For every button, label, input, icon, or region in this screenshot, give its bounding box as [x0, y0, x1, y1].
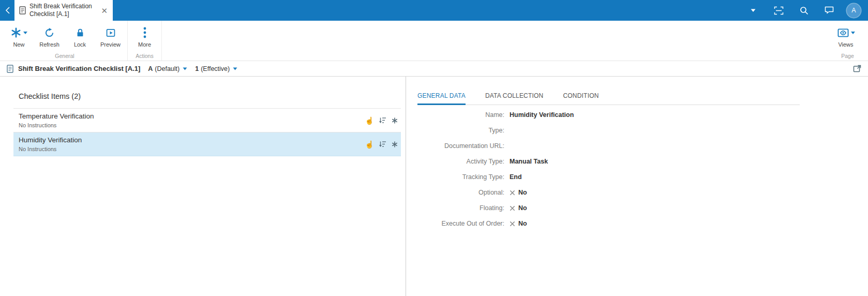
revision-selector[interactable]: A (Default) — [148, 65, 187, 72]
ribbon-group-label-page: Page — [827, 53, 868, 59]
asterisk-icon — [392, 117, 398, 124]
list-item-temperature-verification[interactable]: Temperature Verification No Instructions… — [13, 109, 401, 132]
chat-icon[interactable] — [824, 5, 835, 16]
views-dropdown-caret-icon — [851, 32, 855, 34]
field-label: Name: — [417, 111, 504, 119]
open-new-window-icon[interactable] — [853, 65, 861, 72]
breadcrumb-title: Shift Break Verification Checklist [A.1] — [18, 65, 140, 72]
field-label: Tracking Type: — [417, 173, 504, 181]
ribbon-group-general: New Refresh Lock Preview Genera — [2, 21, 128, 61]
ribbon-group-page: Views Page — [827, 21, 868, 61]
field-label: Documentation URL: — [417, 142, 504, 150]
tab-condition[interactable]: CONDITION — [563, 92, 598, 105]
item-name: Temperature Verification — [19, 112, 396, 120]
ribbon-group-actions: More Actions — [128, 21, 162, 61]
new-asterisk-icon — [10, 27, 22, 38]
document-tab-title: Shift Break Verification Checklist [A.1] — [29, 3, 96, 18]
field-label: Optional: — [417, 189, 504, 196]
user-avatar[interactable]: A — [847, 4, 861, 18]
field-name: Name: Humidity Verification — [417, 107, 868, 123]
item-action-icons: ☝ — [365, 141, 398, 148]
version-status: (Effective) — [201, 65, 230, 72]
field-activity-type: Activity Type: Manual Task — [417, 154, 868, 169]
item-instructions: No Instructions — [19, 146, 396, 152]
boolean-value: No — [518, 204, 527, 212]
preview-play-icon — [105, 25, 116, 40]
x-mark-icon — [510, 190, 515, 196]
breadcrumb-bar: Shift Break Verification Checklist [A.1]… — [0, 61, 868, 77]
field-value: Manual Task — [510, 158, 548, 165]
list-item-humidity-verification[interactable]: Humidity Verification No Instructions ☝ — [13, 132, 401, 156]
tab-data-collection[interactable]: DATA COLLECTION — [485, 92, 544, 105]
chevron-left-icon — [5, 7, 10, 14]
field-label: Activity Type: — [417, 158, 504, 165]
general-data-form: Name: Humidity Verification Type: Docume… — [417, 107, 868, 231]
item-action-icons: ☝ — [365, 117, 398, 124]
field-value: No — [510, 204, 527, 212]
tab-general-data[interactable]: GENERAL DATA — [417, 92, 466, 105]
boolean-value: No — [518, 220, 527, 227]
field-value: No — [510, 220, 527, 227]
topbar-actions: A — [734, 0, 868, 21]
version-selector[interactable]: 1 (Effective) — [195, 65, 237, 72]
field-execute-out-of-order: Execute Out of Order: No — [417, 216, 868, 231]
scan-icon[interactable] — [773, 5, 784, 16]
views-eye-icon — [837, 27, 849, 38]
details-tabs: GENERAL DATA DATA COLLECTION CONDITION — [417, 92, 800, 105]
manual-task-hand-icon: ☝ — [365, 141, 374, 148]
revision-value: A — [148, 65, 153, 72]
ribbon-group-label-actions: Actions — [128, 53, 161, 59]
item-instructions: No Instructions — [19, 122, 396, 128]
field-value: End — [510, 173, 522, 181]
version-value: 1 — [195, 65, 199, 72]
sort-order-icon[interactable] — [379, 141, 386, 147]
field-value: Humidity Verification — [510, 111, 574, 119]
new-dropdown-caret-icon — [23, 32, 27, 34]
close-tab-icon[interactable]: ✕ — [99, 6, 109, 15]
field-optional: Optional: No — [417, 185, 868, 200]
details-panel: GENERAL DATA DATA COLLECTION CONDITION N… — [406, 77, 868, 296]
back-button[interactable] — [0, 0, 14, 21]
refresh-icon — [44, 25, 55, 40]
document-icon — [19, 6, 26, 14]
ribbon-toolbar: New Refresh Lock Preview Genera — [0, 21, 868, 61]
revision-caret-icon — [183, 67, 187, 70]
document-tab[interactable]: Shift Break Verification Checklist [A.1]… — [14, 0, 113, 21]
checklist-item-list: Temperature Verification No Instructions… — [13, 108, 401, 156]
ribbon-spacer — [162, 21, 827, 61]
top-app-bar: Shift Break Verification Checklist [A.1]… — [0, 0, 868, 21]
asterisk-icon — [392, 141, 398, 147]
manual-task-hand-icon: ☝ — [365, 117, 374, 124]
version-caret-icon — [233, 67, 237, 70]
main-content: Checklist Items (2) Temperature Verifica… — [0, 77, 868, 296]
field-label: Type: — [417, 127, 504, 134]
x-mark-icon — [510, 205, 515, 211]
field-documentation-url: Documentation URL: — [417, 138, 868, 154]
revision-status: (Default) — [155, 65, 179, 72]
boolean-value: No — [518, 189, 527, 196]
field-label: Floating: — [417, 204, 504, 212]
ribbon-group-label-general: General — [2, 53, 127, 59]
field-label: Execute Out of Order: — [417, 220, 504, 227]
more-ellipsis-icon — [143, 25, 146, 40]
sort-order-icon[interactable] — [379, 117, 386, 124]
field-floating: Floating: No — [417, 200, 868, 216]
field-value: No — [510, 189, 527, 196]
checklist-document-icon — [7, 65, 13, 73]
checklist-items-heading: Checklist Items (2) — [19, 92, 406, 100]
field-tracking-type: Tracking Type: End — [417, 169, 868, 185]
lock-icon — [75, 25, 85, 40]
item-name: Humidity Verification — [19, 136, 396, 144]
field-type: Type: — [417, 123, 868, 138]
checklist-items-panel: Checklist Items (2) Temperature Verifica… — [0, 77, 406, 296]
x-mark-icon — [510, 221, 515, 227]
chevron-down-icon[interactable] — [747, 5, 759, 16]
search-icon[interactable] — [798, 5, 810, 16]
